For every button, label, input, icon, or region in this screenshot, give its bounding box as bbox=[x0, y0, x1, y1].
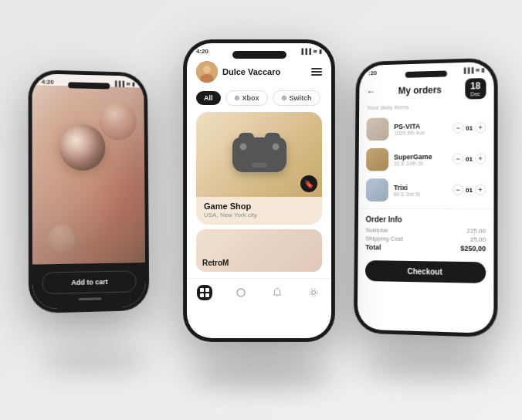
nav-circle-icon[interactable] bbox=[233, 285, 249, 300]
xbox-label: Xbox bbox=[242, 94, 259, 102]
right-phone-shadow bbox=[364, 355, 491, 378]
right-phone: :20 ▐▐▐ ≋ ▮ ← My orders 18 Dec Your dail… bbox=[354, 59, 497, 337]
game-card-info: Game Shop USA, New York city bbox=[196, 197, 322, 225]
signal-icon: ▐▐▐ bbox=[462, 67, 473, 73]
supergame-minus-btn[interactable]: − bbox=[453, 154, 463, 164]
supergame-info: SuperGame 32 E 14th St bbox=[394, 152, 447, 165]
game-card-2-preview[interactable]: RetroM bbox=[196, 229, 322, 272]
menu-icon[interactable] bbox=[311, 68, 322, 76]
date-month: Dec bbox=[470, 91, 480, 97]
left-screen: 4:20 ▐▐▐ ≋ ▮ Add to cart bbox=[32, 73, 146, 310]
order-info-title: Order Info bbox=[366, 215, 486, 225]
signal-icon: ▐▐▐ bbox=[114, 81, 125, 86]
battery-icon: ▮ bbox=[132, 81, 135, 87]
bell-svg bbox=[272, 287, 283, 298]
center-screen: 4:20 ▐▐▐ ≋ ▮ bbox=[187, 43, 331, 338]
wifi-icon: ≋ bbox=[126, 81, 130, 87]
svg-point-8 bbox=[311, 291, 315, 295]
order-info-section: Order Info Subtotal 225,00 Shipping Cost… bbox=[358, 208, 494, 258]
svg-rect-6 bbox=[205, 293, 209, 297]
left-bottom-bar: Add to cart bbox=[32, 262, 146, 310]
bookmark-button[interactable]: 🔖 bbox=[300, 175, 317, 192]
order-item-1: PS-VITA 1026 6th Ave − 01 + bbox=[359, 112, 494, 144]
svg-point-1 bbox=[203, 66, 211, 73]
right-time: :20 bbox=[368, 69, 377, 76]
supergame-plus-btn[interactable]: + bbox=[475, 153, 486, 164]
left-phone-shadow bbox=[41, 351, 149, 374]
center-phone: 4:20 ▐▐▐ ≋ ▮ bbox=[184, 40, 334, 341]
filter-all[interactable]: All bbox=[196, 91, 221, 105]
center-time: 4:20 bbox=[196, 48, 208, 55]
trixi-minus-btn[interactable]: − bbox=[453, 185, 463, 195]
trixi-thumbnail bbox=[366, 178, 388, 202]
switch-label: Switch bbox=[290, 94, 312, 102]
scene: 4:20 ▐▐▐ ≋ ▮ Add to cart bbox=[6, 9, 516, 411]
psvita-thumbnail bbox=[366, 117, 388, 141]
subtotal-label: Subtotal bbox=[365, 227, 388, 234]
retro-title: RetroM bbox=[202, 259, 229, 267]
menu-line-2 bbox=[311, 71, 322, 73]
nav-apps-icon[interactable] bbox=[197, 285, 212, 300]
right-screen: :20 ▐▐▐ ≋ ▮ ← My orders 18 Dec Your dail… bbox=[358, 62, 494, 334]
sphere-2 bbox=[99, 102, 137, 141]
game-card-1[interactable]: 🔖 Game Shop USA, New York city bbox=[196, 112, 322, 225]
svg-point-7 bbox=[237, 289, 245, 296]
trixi-plus-btn[interactable]: + bbox=[475, 185, 486, 195]
wifi-icon: ≋ bbox=[475, 67, 480, 73]
left-time: 4:20 bbox=[42, 78, 54, 85]
add-to-cart-button[interactable]: Add to cart bbox=[42, 270, 137, 294]
trixi-qty: − 01 + bbox=[453, 185, 486, 195]
battery-icon: ▮ bbox=[481, 67, 484, 73]
supergame-qty: − 01 + bbox=[453, 153, 486, 164]
center-dynamic-island bbox=[232, 51, 286, 59]
game-location: USA, New York city bbox=[204, 212, 314, 218]
filter-xbox[interactable]: ⊕ Xbox bbox=[225, 90, 268, 106]
right-header: ← My orders 18 Dec bbox=[359, 73, 493, 105]
nav-bell-icon[interactable] bbox=[269, 285, 285, 300]
avatar bbox=[196, 61, 218, 83]
gear-svg bbox=[308, 287, 319, 298]
center-header: Dulce Vaccaro bbox=[187, 55, 331, 87]
center-status-icons: ▐▐▐ ≋ ▮ bbox=[300, 49, 322, 55]
left-status-icons: ▐▐▐ ≋ ▮ bbox=[114, 80, 135, 87]
filter-switch[interactable]: ⊕ Switch bbox=[273, 90, 320, 106]
bottom-nav bbox=[187, 278, 331, 307]
svg-point-9 bbox=[310, 289, 317, 296]
menu-line-3 bbox=[311, 74, 322, 76]
center-phone-shadow bbox=[192, 362, 330, 389]
supergame-address: 32 E 14th St bbox=[394, 160, 447, 165]
shipping-row: Shipping Cost 25,00 bbox=[365, 235, 486, 243]
date-badge: 18 Dec bbox=[465, 78, 486, 100]
sphere-decoration bbox=[59, 124, 106, 171]
dpad bbox=[252, 163, 267, 168]
checkout-button[interactable]: Checkout bbox=[365, 260, 486, 283]
date-day: 18 bbox=[470, 80, 480, 91]
right-dynamic-island bbox=[405, 70, 446, 77]
order-item-2: SuperGame 32 E 14th St − 01 + bbox=[358, 143, 493, 174]
order-item-3: Trixi 86 E 3rd St − 01 + bbox=[358, 174, 493, 206]
psvita-plus-btn[interactable]: + bbox=[475, 122, 486, 133]
wifi-icon: ≋ bbox=[313, 49, 317, 55]
psvita-quantity: 01 bbox=[466, 124, 473, 131]
menu-line-1 bbox=[311, 68, 322, 69]
shipping-label: Shipping Cost bbox=[365, 235, 403, 242]
back-arrow-icon[interactable]: ← bbox=[367, 86, 376, 97]
avatar-svg bbox=[196, 61, 218, 83]
sphere-3 bbox=[48, 225, 75, 252]
shipping-value: 25,00 bbox=[470, 236, 486, 243]
psvita-qty: − 01 + bbox=[453, 122, 486, 134]
supergame-img bbox=[366, 148, 388, 171]
psvita-info: PS-VITA 1026 6th Ave bbox=[394, 121, 447, 135]
trixi-info: Trixi 86 E 3rd St bbox=[394, 183, 447, 196]
psvita-minus-btn[interactable]: − bbox=[453, 123, 463, 134]
signal-icon: ▐▐▐ bbox=[300, 49, 311, 54]
controller-icon bbox=[232, 137, 286, 172]
svg-rect-5 bbox=[200, 293, 204, 297]
trixi-address: 86 E 3rd St bbox=[394, 191, 447, 196]
nav-gear-icon[interactable] bbox=[306, 285, 321, 300]
trixi-name: Trixi bbox=[394, 183, 447, 191]
subtotal-value: 225,00 bbox=[466, 227, 486, 234]
right-status-icons: ▐▐▐ ≋ ▮ bbox=[462, 67, 484, 74]
avatar-image bbox=[196, 61, 218, 83]
left-phone: 4:20 ▐▐▐ ≋ ▮ Add to cart bbox=[29, 70, 148, 313]
